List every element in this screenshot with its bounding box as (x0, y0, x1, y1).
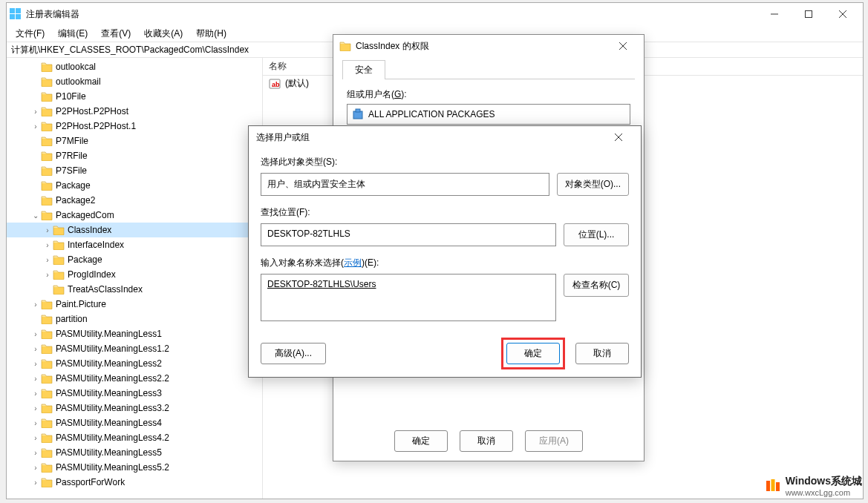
folder-icon (41, 343, 53, 354)
object-types-button[interactable]: 对象类型(O)... (557, 173, 629, 196)
tree-node-label: Package (68, 254, 102, 265)
permissions-ok-button[interactable]: 确定 (394, 430, 448, 452)
tree-node[interactable]: ›PASMUtility.MeaningLess1.2 (7, 341, 262, 356)
chevron-down-icon[interactable]: ⌄ (30, 211, 41, 220)
tree-node[interactable]: ›partition (7, 312, 262, 326)
folder-icon (41, 433, 53, 443)
tree-node[interactable]: ›PASMUtility.MeaningLess5 (7, 445, 262, 460)
chevron-right-icon[interactable]: › (30, 122, 41, 131)
svg-rect-16 (766, 481, 770, 491)
chevron-right-icon[interactable]: › (30, 464, 41, 472)
object-type-field: 用户、组或内置安全主体 (261, 173, 549, 196)
tree-node[interactable]: ›P7SFile (7, 163, 262, 178)
chevron-right-icon[interactable]: › (30, 300, 41, 309)
select-user-ok-button[interactable]: 确定 (506, 343, 560, 364)
tree-node[interactable]: ›ClassIndex (7, 223, 262, 237)
folder-icon (41, 76, 53, 87)
group-users-label: 组或用户名(G): (347, 88, 630, 101)
chevron-right-icon[interactable]: › (42, 271, 53, 279)
chevron-right-icon[interactable]: › (30, 360, 41, 368)
close-button[interactable] (826, 3, 860, 25)
tree-node[interactable]: ›PASMUtility.MeaningLess2 (7, 356, 262, 371)
menu-edit[interactable]: 编辑(E) (52, 26, 94, 42)
folder-icon (41, 165, 53, 176)
tree-node[interactable]: ⌄PackagedCom (7, 208, 262, 223)
tree-node[interactable]: ›PASMUtility.MeaningLess3.2 (7, 401, 262, 415)
tree-node-label: P2PHost.P2PHost (56, 106, 128, 116)
tree-node[interactable]: ›PASMUtility.MeaningLess3 (7, 386, 262, 401)
tree-node-label: PASMUtility.MeaningLess3.2 (56, 403, 169, 413)
tree-node[interactable]: ›PassportForWork (7, 475, 262, 490)
menu-help[interactable]: 帮助(H) (190, 26, 232, 42)
tree-node[interactable]: ›Package (7, 252, 262, 267)
tree-node[interactable]: ›Paint.Picture (7, 297, 262, 312)
group-users-listbox[interactable]: ALL APPLICATION PACKAGES (347, 104, 630, 125)
tree-node-label: Package (56, 180, 91, 191)
tree-node-label: PASMUtility.MeaningLess1 (56, 329, 162, 339)
permissions-apply-button[interactable]: 应用(A) (525, 430, 583, 452)
tree-node[interactable]: ›outlookcal (7, 59, 262, 74)
chevron-right-icon[interactable]: › (30, 434, 41, 442)
folder-icon (41, 299, 53, 309)
folder-icon (41, 358, 53, 369)
maximize-button[interactable] (792, 3, 826, 25)
folder-icon (41, 462, 53, 473)
check-names-button[interactable]: 检查名称(C) (564, 274, 629, 297)
svg-text:ab: ab (272, 81, 280, 88)
tree-node-label: P10File (56, 91, 86, 102)
object-name-label: 输入对象名称来选择(示例)(E): (261, 257, 629, 269)
advanced-button[interactable]: 高级(A)... (261, 343, 326, 364)
tree-node[interactable]: ›ProgIdIndex (7, 267, 262, 282)
chevron-right-icon[interactable]: › (30, 345, 41, 353)
tree-node[interactable]: ›PASMUtility.MeaningLess2.2 (7, 371, 262, 386)
tree-pane[interactable]: ›outlookcal›outlookmail›P10File›P2PHost.… (7, 58, 263, 499)
tree-node-label: InterfaceIndex (68, 240, 124, 250)
tree-node[interactable]: ›P7RFile (7, 148, 262, 163)
chevron-right-icon[interactable]: › (42, 256, 53, 264)
tree-node[interactable]: ›P10File (7, 89, 262, 104)
tree-node[interactable]: ›PASMUtility.MeaningLess4.2 (7, 430, 262, 445)
tree-node[interactable]: ›Package (7, 178, 262, 193)
tree-node-label: PASMUtility.MeaningLess5.2 (56, 462, 169, 473)
tree-node-label: outlookmail (56, 76, 101, 87)
select-user-cancel-button[interactable]: 取消 (575, 343, 629, 364)
object-name-input[interactable]: DESKTOP-82TLHLS\Users (261, 274, 556, 321)
tab-security[interactable]: 安全 (342, 60, 385, 79)
tree-node[interactable]: ›P7MFile (7, 134, 262, 148)
menu-view[interactable]: 查看(V) (95, 26, 137, 42)
locations-button[interactable]: 位置(L)... (564, 223, 629, 246)
chevron-right-icon[interactable]: › (30, 404, 41, 412)
select-user-close-button[interactable] (604, 127, 633, 148)
select-user-title: 选择用户或组 (256, 131, 604, 144)
permissions-cancel-button[interactable]: 取消 (460, 430, 513, 452)
chevron-right-icon[interactable]: › (30, 330, 41, 338)
tree-node[interactable]: ›InterfaceIndex (7, 237, 262, 252)
tree-node[interactable]: ›P2PHost.P2PHost (7, 104, 262, 119)
tree-node[interactable]: ›outlookmail (7, 74, 262, 89)
examples-link[interactable]: 示例 (344, 257, 362, 268)
folder-icon (53, 284, 65, 295)
chevron-right-icon[interactable]: › (30, 419, 41, 427)
menu-file[interactable]: 文件(F) (10, 26, 50, 42)
tree-node[interactable]: ›PASMUtility.MeaningLess1 (7, 326, 262, 341)
chevron-right-icon[interactable]: › (30, 449, 41, 457)
folder-icon (41, 180, 53, 191)
folder-icon (41, 314, 53, 324)
chevron-right-icon[interactable]: › (42, 241, 53, 249)
tree-node[interactable]: ›Package2 (7, 193, 262, 208)
tree-node-label: PASMUtility.MeaningLess4 (56, 418, 162, 428)
tree-node[interactable]: ›TreatAsClassIndex (7, 282, 262, 297)
chevron-right-icon[interactable]: › (30, 108, 41, 116)
tree-node[interactable]: ›PASMUtility.MeaningLess4 (7, 415, 262, 430)
tree-node[interactable]: ›PASMUtility.MeaningLess5.2 (7, 460, 262, 475)
chevron-right-icon[interactable]: › (30, 375, 41, 383)
menu-favorites[interactable]: 收藏夹(A) (138, 26, 189, 42)
minimize-button[interactable] (757, 3, 792, 25)
folder-icon (41, 447, 53, 458)
tree-node[interactable]: ›P2PHost.P2PHost.1 (7, 119, 262, 134)
chevron-right-icon[interactable]: › (30, 479, 41, 487)
chevron-right-icon[interactable]: › (30, 389, 41, 398)
tree-node-label: ClassIndex (68, 225, 111, 235)
chevron-right-icon[interactable]: › (42, 226, 53, 234)
permissions-close-button[interactable] (608, 36, 638, 56)
